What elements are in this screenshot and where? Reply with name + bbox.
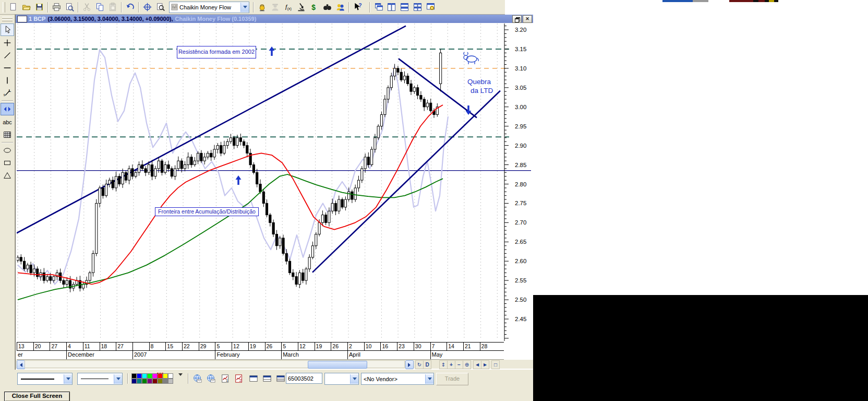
chevron-down-icon[interactable] [350,374,358,384]
x-axis-week-label: 5 [215,343,232,351]
zoom-box-icon[interactable]: □ [491,360,500,369]
palette-swatch[interactable] [152,373,158,379]
chart-page-1-icon[interactable]: 1 [220,373,231,384]
period-combo[interactable] [324,373,359,385]
indicator-builder-fx-icon[interactable]: ƒ(x) [282,1,295,14]
rectangle-tool-icon[interactable] [1,157,14,169]
palette-dropdown-icon[interactable] [178,376,183,385]
palette-swatch[interactable] [142,379,147,384]
text-tool-icon[interactable]: abc [1,116,14,128]
annotation-resistencia[interactable]: Resistência formada em 2002 [177,46,256,58]
triangle-tool-icon[interactable] [1,170,14,181]
trendline-tool-icon[interactable] [1,50,14,61]
line-weight-combo[interactable] [77,373,123,385]
crosshair-tool-icon[interactable] [1,37,14,49]
security-id-field[interactable] [286,373,322,384]
pan-icon[interactable]: + [447,360,455,369]
zoom-find-icon[interactable] [154,1,167,14]
paste-icon[interactable] [106,1,119,14]
window-restore-button[interactable] [512,15,522,23]
chart-page-2-icon[interactable]: 2 [233,373,245,384]
horizontal-line-tool-icon[interactable] [1,62,14,74]
chart-plot-area[interactable]: 3.203.153.103.053.002.952.902.852.802.75… [17,23,533,342]
layout-1-icon[interactable] [248,373,259,384]
vertical-fit-icon[interactable]: ⇕ [439,360,448,369]
palette-swatch[interactable] [163,379,168,384]
alert-icon[interactable] [256,1,269,14]
mail-globe-icon[interactable] [191,373,203,384]
x-axis-week-label: 26 [265,343,282,351]
tile-vertical-icon[interactable] [385,1,398,14]
zoom-in-icon[interactable]: ⊕ [463,360,471,369]
annotation-fronteira[interactable]: Fronteira entre Acumulação/Distribuição [155,207,259,216]
palette-swatch[interactable] [163,373,168,379]
contacts-icon[interactable] [334,1,347,14]
cascade-windows-icon[interactable] [372,1,385,14]
new-icon[interactable] [7,1,20,14]
ellipse-tool-icon[interactable] [1,145,14,156]
undo-icon[interactable] [124,1,137,14]
scroll-left-button[interactable] [17,360,25,369]
open-folder-icon[interactable] [20,1,33,14]
periodicity-daily-button[interactable]: D [423,360,431,369]
help-pointer-icon[interactable]: ? [351,1,364,14]
palette-swatch[interactable] [137,379,142,384]
zoom-out-icon[interactable]: − [455,360,463,369]
palette-swatch[interactable] [168,373,173,379]
expert-advisor-icon[interactable] [269,1,282,14]
palette-swatch[interactable] [158,373,163,379]
grid-tool-icon[interactable] [1,129,14,140]
x-axis-week-label: 7 [430,343,447,351]
indicator-quicklist-combo[interactable]: Chaikin Money Flow [169,2,249,13]
chevron-down-icon[interactable] [425,374,433,384]
vendor-combo[interactable]: <No Vendor> [361,373,434,385]
pointer-tool-icon[interactable] [1,23,14,36]
palette-swatch[interactable] [131,373,137,379]
vertical-line-tool-icon[interactable] [1,75,14,86]
palette-swatch[interactable] [152,379,158,384]
chevron-down-icon[interactable] [114,374,122,384]
annotation-quebra-ltd[interactable]: Quebra da LTD [467,77,509,95]
palette-swatch[interactable] [168,379,173,384]
page-right-icon[interactable]: ▶ [481,360,489,369]
palette-swatch[interactable] [142,373,147,379]
search-binoculars-icon[interactable] [321,1,334,14]
tile-grid-icon[interactable] [411,1,424,14]
layout-3-icon[interactable] [275,373,286,384]
scrollbar-thumb[interactable] [308,361,367,369]
palette-swatch[interactable] [147,379,152,384]
window-options-gear-icon[interactable] [424,1,437,14]
palette-swatch[interactable] [147,373,152,379]
toolbar-grip[interactable] [3,2,5,13]
bottom-toolbar-area: 1 2 <No Vendor> Trade Close Full Screen [0,370,533,401]
scrollbar-track[interactable] [25,360,405,368]
palette-swatch[interactable] [158,379,163,384]
chevron-down-icon[interactable] [240,3,249,12]
save-icon[interactable] [33,1,46,14]
palette-swatch[interactable] [131,379,137,384]
mail-globe-2-icon[interactable] [205,373,216,384]
title-ohlc-values: (3.06000, 3.15000, 3.04000, 3.14000, +0.… [47,16,173,22]
trade-button[interactable]: Trade [436,373,468,385]
print-icon[interactable] [50,1,63,14]
crosshair-icon[interactable] [141,1,154,14]
page-left-icon[interactable]: ◀ [473,360,481,369]
window-close-button[interactable]: ✕ [523,15,532,23]
cut-icon[interactable] [80,1,93,14]
explorer-icon[interactable] [295,1,308,14]
scroll-pan-tool-icon[interactable] [1,103,14,115]
tile-horizontal-icon[interactable] [398,1,411,14]
line-style-combo[interactable] [17,373,73,385]
chart-title-bar[interactable]: 1 BCP (3.06000, 3.15000, 3.04000, 3.1400… [16,15,534,23]
system-tester-icon[interactable]: $ [308,1,321,14]
bull-icon [464,52,478,64]
semilog-trendline-tool-icon[interactable]: sL [1,87,14,99]
copy-icon[interactable] [93,1,106,14]
chevron-down-icon[interactable] [64,374,72,384]
refresh-icon[interactable]: ↻ [415,360,424,369]
scroll-right-button[interactable] [405,360,414,369]
palette-swatch[interactable] [137,373,142,379]
layout-2-icon[interactable] [261,373,273,384]
close-full-screen-button[interactable]: Close Full Screen [4,392,70,401]
print-preview-icon[interactable] [63,1,76,14]
